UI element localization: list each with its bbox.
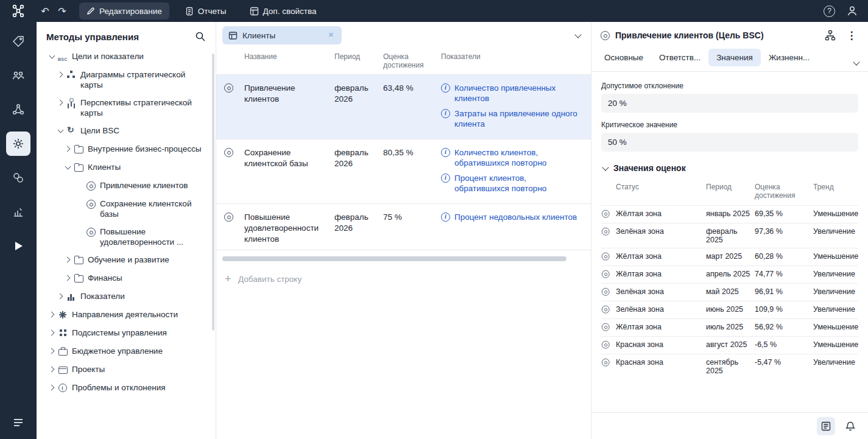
indicator-info-icon[interactable] <box>441 109 450 118</box>
edit-mode-button[interactable]: Редактирование <box>79 2 169 19</box>
tree-expand-chevron-icon[interactable] <box>63 144 73 154</box>
tree-item[interactable]: Подсистемы управления <box>48 324 211 342</box>
goal-table-row[interactable]: Сохранение клиентской базы февраль 2026 … <box>216 139 591 204</box>
goal-table-row[interactable]: Привлечение клиентов февраль 2026 63,48 … <box>216 75 591 139</box>
details-tab[interactable]: Значения <box>708 49 761 66</box>
tree-expand-chevron-icon[interactable] <box>48 51 57 61</box>
rail-network-icon[interactable] <box>6 97 30 122</box>
tree-item[interactable]: Проекты <box>48 360 211 379</box>
properties-list-icon[interactable] <box>817 417 835 435</box>
horizontal-scrollbar[interactable] <box>222 256 566 261</box>
goal-score: 75 % <box>383 212 441 245</box>
tree-expand-chevron-icon[interactable] <box>48 309 57 320</box>
tabs-overflow-chevron-icon[interactable] <box>574 31 582 40</box>
details-tab[interactable]: Жизненн... <box>761 49 817 66</box>
tree-expand-chevron-icon[interactable] <box>56 97 66 108</box>
score-table-row[interactable]: Жёлтая зона март 2025 60,28 % Уменьшение <box>601 248 858 265</box>
tree-item-label: Показатели <box>80 291 125 301</box>
score-period: январь 2025 <box>706 209 755 218</box>
rail-menu-icon[interactable] <box>12 416 24 430</box>
score-table-row[interactable]: Зелёная зона июнь 2025 109,9 % Увеличени… <box>601 301 858 318</box>
section-collapse-chevron-icon[interactable] <box>601 164 610 172</box>
field-value-input[interactable]: 20 % <box>601 94 858 113</box>
add-row-button[interactable]: Добавить строку <box>225 275 591 284</box>
tab-close-icon[interactable] <box>327 31 336 40</box>
tree-item[interactable]: Сохранение клиентской базы <box>76 195 211 223</box>
tree-expand-chevron-icon[interactable] <box>63 255 73 265</box>
tree-item[interactable]: Бюджетное управление <box>48 342 211 360</box>
details-tab[interactable]: Основные <box>596 49 651 66</box>
reports-button[interactable]: Отчеты <box>178 2 234 19</box>
tree-expand-chevron-icon[interactable] <box>76 198 85 209</box>
rail-run-icon[interactable] <box>6 234 30 258</box>
field-value-input[interactable]: 50 % <box>601 133 858 152</box>
details-tab[interactable]: Ответств... <box>651 49 708 66</box>
tree-item[interactable]: Привлечение клиентов <box>76 177 211 195</box>
navigation-panel-title: Методы управления <box>46 32 139 42</box>
indicator-info-icon[interactable] <box>441 212 450 222</box>
rail-charts-icon[interactable] <box>6 200 30 224</box>
score-period: март 2025 <box>706 252 755 261</box>
tree-item[interactable]: Перспективы стратегической карты <box>56 94 211 122</box>
score-table-row[interactable]: Зелёная зона май 2025 96,91 % Увеличение <box>601 283 858 301</box>
tree-expand-chevron-icon[interactable] <box>48 364 57 374</box>
score-table-row[interactable]: Жёлтая зона июль 2025 56,92 % Уменьшение <box>601 318 858 336</box>
indicator-info-icon[interactable] <box>441 148 450 157</box>
goal-table-row[interactable]: Повышение удовлетворенности клиентов фев… <box>216 204 591 250</box>
rail-relations-icon[interactable] <box>6 166 30 190</box>
tree-scrollbar[interactable] <box>212 54 214 331</box>
indicator-link[interactable]: Затраты на привлечение одного клиента <box>454 108 577 129</box>
tree-expand-chevron-icon[interactable] <box>48 382 57 393</box>
scores-section-header[interactable]: Значения оценок <box>601 163 858 173</box>
score-table-row[interactable]: Жёлтая зона апрель 2025 74,77 % Увеличен… <box>601 265 858 283</box>
notifications-bell-icon[interactable] <box>841 417 859 435</box>
rail-team-icon[interactable] <box>6 63 30 88</box>
tree-item[interactable]: Повышение удовлетворенности ... <box>76 223 211 251</box>
tree-expand-chevron-icon[interactable] <box>63 162 73 172</box>
rail-processes-icon[interactable] <box>6 132 30 156</box>
tree-item[interactable]: Внутренние бизнес-процессы <box>63 140 211 158</box>
search-icon[interactable] <box>195 31 206 42</box>
details-tabs-overflow-chevron-icon[interactable] <box>852 58 861 67</box>
tree-expand-chevron-icon[interactable] <box>63 273 73 283</box>
redo-button[interactable] <box>54 2 71 19</box>
app-logo-icon[interactable] <box>0 3 37 19</box>
tree-item[interactable]: Цели и показатели <box>48 47 211 66</box>
field-label: Критическое значение <box>601 121 858 129</box>
extra-properties-button[interactable]: Доп. свойства <box>242 2 324 19</box>
help-icon[interactable] <box>824 5 835 17</box>
tree-expand-chevron-icon[interactable] <box>56 125 66 136</box>
rail-objects-icon[interactable] <box>6 29 30 54</box>
tree-item[interactable]: Цели BSC <box>56 122 211 140</box>
tree-item[interactable]: Финансы <box>63 269 211 287</box>
strategy-map-icon[interactable] <box>822 27 838 43</box>
score-table-row[interactable]: Жёлтая зона январь 2025 69,35 % Уменьшен… <box>601 205 858 223</box>
tab-clients[interactable]: Клиенты <box>222 26 342 44</box>
indicator-info-icon[interactable] <box>441 83 450 93</box>
indicator-link[interactable]: Количество клиентов, обратившихся повтор… <box>454 147 577 168</box>
score-table-row[interactable]: Красная зона август 2025 -6,5 % Уменьшен… <box>601 336 858 354</box>
tree-item[interactable]: Диаграммы стратегической карты <box>56 66 211 94</box>
goals-table-header: Название Период Оценка достижения Показа… <box>216 45 591 75</box>
tree-item[interactable]: Показатели <box>56 287 211 306</box>
tree-expand-chevron-icon[interactable] <box>56 291 66 301</box>
tree-expand-chevron-icon[interactable] <box>48 328 57 338</box>
tree-expand-chevron-icon[interactable] <box>76 180 85 191</box>
score-table-row[interactable]: Зелёная зона февраль 2025 97,36 % Увелич… <box>601 223 858 248</box>
more-actions-icon[interactable] <box>844 27 859 43</box>
user-profile-icon[interactable] <box>846 5 858 17</box>
indicator-info-icon[interactable] <box>441 174 450 183</box>
indicator-link[interactable]: Процент клиентов, обратившихся повторно <box>454 173 577 194</box>
tree-expand-chevron-icon[interactable] <box>76 227 85 237</box>
tree-item[interactable]: Клиенты <box>63 158 211 177</box>
tree-item[interactable]: Проблемы и отклонения <box>48 379 211 397</box>
indicator-link[interactable]: Процент недовольных клиентов <box>454 212 577 222</box>
score-table-row[interactable]: Красная зона сентябрь 2025 -5,47 % Увели… <box>601 354 858 379</box>
tree-expand-chevron-icon[interactable] <box>56 69 66 80</box>
tree-item[interactable]: Направления деятельности <box>48 306 211 324</box>
score-value: 60,28 % <box>755 252 813 261</box>
indicator-link[interactable]: Количество привлеченных клиентов <box>454 83 577 104</box>
undo-button[interactable] <box>37 2 54 19</box>
tree-expand-chevron-icon[interactable] <box>48 346 57 356</box>
tree-item[interactable]: Обучение и развитие <box>63 251 211 269</box>
